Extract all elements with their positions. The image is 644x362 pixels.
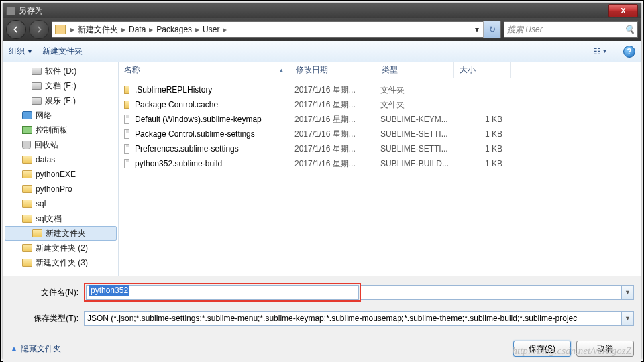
sidebar-item[interactable]: 娱乐 (F:) <box>3 93 118 108</box>
column-date[interactable]: 修改日期 <box>290 62 376 78</box>
filetype-dropdown[interactable]: ▼ <box>622 311 634 326</box>
sidebar-item[interactable]: sql文档 <box>3 211 118 226</box>
file-name: python352.sublime-build <box>129 159 289 168</box>
file-type: SUBLIME-KEYM... <box>375 115 453 124</box>
toolbar: 组织▼ 新建文件夹 ☷ ▼ ? <box>3 41 641 62</box>
sidebar-item[interactable]: 软件 (D:) <box>3 64 118 78</box>
file-list[interactable]: 名称▲ 修改日期 类型 大小 .SublimeREPLHistory2017/1… <box>119 62 641 276</box>
drive-icon <box>32 97 42 105</box>
column-headers[interactable]: 名称▲ 修改日期 类型 大小 <box>119 62 641 78</box>
sidebar-item[interactable]: 新建文件夹 (3) <box>3 255 118 270</box>
file-name: Package Control.cache <box>129 100 289 109</box>
file-name: .SublimeREPLHistory <box>129 85 289 95</box>
sidebar-item-label: 新建文件夹 (3) <box>36 257 88 269</box>
file-name: Package Control.sublime-settings <box>129 129 289 139</box>
file-date: 2017/1/16 星期... <box>289 114 375 125</box>
sidebar-item[interactable]: 新建文件夹 <box>5 226 117 241</box>
file-size: 1 KB <box>453 144 509 154</box>
new-folder-button[interactable]: 新建文件夹 <box>42 46 83 57</box>
file-type: SUBLIME-SETTI... <box>375 129 453 139</box>
breadcrumb-seg[interactable]: Data <box>127 25 147 34</box>
column-type[interactable]: 类型 <box>376 62 454 78</box>
file-date: 2017/1/16 星期... <box>289 84 375 96</box>
breadcrumb-seg[interactable]: 新建文件夹 <box>76 24 119 36</box>
file-name: Default (Windows).sublime-keymap <box>129 115 289 124</box>
breadcrumb-dropdown[interactable]: ▾ <box>470 21 483 38</box>
view-options-button[interactable]: ☷ ▼ <box>591 44 610 59</box>
filename-dropdown[interactable]: ▼ <box>622 285 634 300</box>
folder-icon <box>22 200 32 208</box>
filename-highlight: python352 <box>84 283 361 302</box>
file-row[interactable]: Default (Windows).sublime-keymap2017/1/1… <box>119 112 641 127</box>
breadcrumb-seg[interactable]: Packages <box>155 25 193 34</box>
drive-icon <box>32 68 42 75</box>
close-button[interactable]: X <box>608 4 638 17</box>
breadcrumb-seg[interactable]: User <box>201 25 221 34</box>
filetype-select[interactable]: JSON (*.json;*.sublime-settings;*.sublim… <box>84 311 622 326</box>
save-button[interactable]: 保存(S) <box>513 341 571 357</box>
sidebar-item[interactable]: datas <box>3 152 118 167</box>
sidebar-item[interactable]: pythonEXE <box>3 167 118 182</box>
sidebar-item-label: pythonPro <box>36 184 72 194</box>
sidebar-item[interactable]: 回收站 <box>3 137 118 152</box>
sidebar-item-label: datas <box>36 155 55 164</box>
file-date: 2017/1/16 星期... <box>289 158 375 170</box>
back-button[interactable] <box>6 20 26 39</box>
column-size[interactable]: 大小 <box>454 62 511 78</box>
file-type: SUBLIME-SETTI... <box>375 144 453 154</box>
column-name[interactable]: 名称▲ <box>119 62 290 78</box>
titlebar[interactable]: 另存为 X <box>3 3 641 18</box>
organize-menu[interactable]: 组织▼ <box>9 46 33 57</box>
file-name: Preferences.sublime-settings <box>129 144 289 154</box>
folder-icon <box>22 215 32 223</box>
sidebar[interactable]: 软件 (D:)文档 (E:)娱乐 (F:)网络控制面板回收站dataspytho… <box>3 62 119 276</box>
file-row[interactable]: Preferences.sublime-settings2017/1/16 星期… <box>119 141 641 156</box>
folder-icon <box>22 259 32 267</box>
file-type: 文件夹 <box>375 99 453 111</box>
chevron-right-icon: ▸ <box>121 25 125 34</box>
sidebar-item[interactable]: 网络 <box>3 108 118 123</box>
file-row[interactable]: .SublimeREPLHistory2017/1/16 星期...文件夹 <box>119 82 641 97</box>
sidebar-item[interactable]: 控制面板 <box>3 123 118 137</box>
hide-folders-toggle[interactable]: ▲ 隐藏文件夹 <box>10 343 61 355</box>
filename-input[interactable]: python352 <box>86 285 359 300</box>
net-icon <box>22 111 32 119</box>
filename-label: 文件名(N): <box>10 287 84 298</box>
file-type: 文件夹 <box>375 84 453 96</box>
chevron-right-icon: ▸ <box>70 25 74 34</box>
search-input[interactable]: 搜索 User 🔍 <box>504 21 638 38</box>
cancel-button[interactable]: 取消 <box>576 341 634 357</box>
folder-icon <box>119 101 129 109</box>
file-row[interactable]: Package Control.sublime-settings2017/1/1… <box>119 127 641 141</box>
file-row[interactable]: python352.sublime-build2017/1/16 星期...SU… <box>119 156 641 171</box>
save-panel: 文件名(N): python352 ▼ 保存类型(T): JSON (*.jso… <box>3 276 641 362</box>
refresh-button[interactable]: ↻ <box>483 21 500 38</box>
file-icon <box>119 144 129 154</box>
forward-button[interactable] <box>29 20 49 39</box>
sidebar-item-label: 软件 (D:) <box>45 66 76 77</box>
file-size: 1 KB <box>453 129 509 139</box>
navbar: ▸ 新建文件夹 ▸ Data ▸ Packages ▸ User ▸ ▾ ↻ 搜… <box>3 18 641 41</box>
file-icon <box>119 159 129 168</box>
file-date: 2017/1/16 星期... <box>289 129 375 140</box>
chevron-up-icon: ▲ <box>10 344 18 353</box>
folder-icon <box>119 86 129 94</box>
window-title: 另存为 <box>19 5 608 17</box>
sidebar-item-label: 控制面板 <box>36 125 68 136</box>
folder-icon <box>22 170 32 178</box>
breadcrumb[interactable]: ▸ 新建文件夹 ▸ Data ▸ Packages ▸ User ▸ ▾ ↻ <box>52 21 501 38</box>
filetype-label: 保存类型(T): <box>10 313 84 324</box>
sidebar-item[interactable]: 新建文件夹 (2) <box>3 241 118 255</box>
file-size: 1 KB <box>453 159 509 168</box>
folder-icon <box>32 229 42 237</box>
help-button[interactable]: ? <box>623 46 635 58</box>
cp-icon <box>22 126 32 134</box>
sidebar-item[interactable]: pythonPro <box>3 182 118 196</box>
file-row[interactable]: Package Control.cache2017/1/16 星期...文件夹 <box>119 97 641 112</box>
folder-icon <box>55 25 66 34</box>
sort-asc-icon: ▲ <box>278 67 284 74</box>
chevron-right-icon: ▸ <box>195 25 199 34</box>
sidebar-item[interactable]: sql <box>3 196 118 211</box>
sidebar-item-label: sql文档 <box>36 213 62 225</box>
sidebar-item[interactable]: 文档 (E:) <box>3 78 118 93</box>
